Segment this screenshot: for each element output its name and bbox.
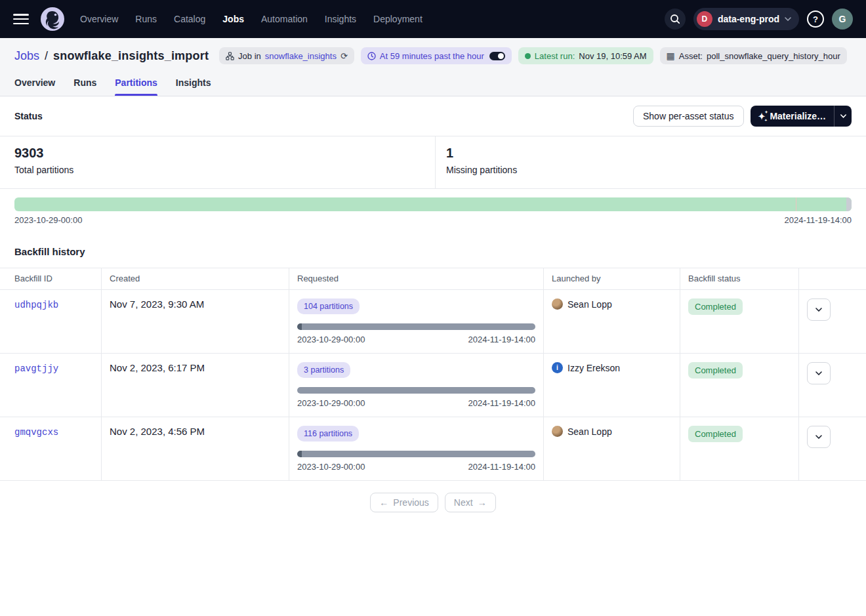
materialize-dropdown-button[interactable]: [835, 106, 852, 127]
missing-partitions-value: 1: [446, 146, 852, 161]
menu-icon[interactable]: [13, 14, 29, 24]
missing-partitions-stat: 1 Missing partitions: [435, 136, 866, 188]
environment-badge: D: [697, 11, 712, 27]
created-cell: Nov 7, 2023, 9:30 AM: [102, 290, 289, 354]
column-header-launched-by: Launched by: [544, 268, 680, 290]
backfill-range-bar: [297, 323, 535, 330]
asset-tag[interactable]: ▦ Asset: poll_snowflake_query_history_ho…: [660, 47, 847, 64]
nav-item-automation[interactable]: Automation: [261, 14, 308, 24]
requested-cell: 104 partitions 2023-10-29-00:00 2024-11-…: [289, 290, 544, 354]
nav-item-runs[interactable]: Runs: [135, 14, 157, 24]
table-row: pavgtjjy: [0, 354, 102, 417]
chevron-down-icon: [785, 17, 791, 21]
materialize-button[interactable]: ✦✦✦ Materialize…: [751, 106, 835, 127]
environment-switcher[interactable]: D data-eng-prod: [693, 8, 799, 30]
partition-stats: 9303 Total partitions 1 Missing partitio…: [0, 136, 866, 189]
next-page-button[interactable]: Next →: [445, 493, 496, 512]
missing-partitions-label: Missing partitions: [446, 165, 852, 175]
tab-insights[interactable]: Insights: [176, 71, 211, 96]
materialize-split-button: ✦✦✦ Materialize…: [751, 106, 852, 127]
previous-label: Previous: [393, 497, 428, 508]
asset-label: Asset:: [679, 51, 703, 61]
breadcrumb-jobs-link[interactable]: Jobs: [14, 49, 39, 63]
arrow-right-icon: →: [478, 497, 487, 508]
total-partitions-value: 9303: [14, 146, 421, 161]
row-menu-button[interactable]: [807, 426, 831, 448]
requested-partitions-badge[interactable]: 104 partitions: [297, 298, 360, 314]
column-header-actions: [799, 268, 866, 290]
backfill-id-link[interactable]: pavgtjjy: [14, 363, 58, 374]
latest-run-value: Nov 19, 10:59 AM: [579, 51, 646, 61]
range-end: 2024-11-19-14:00: [468, 462, 535, 472]
page-tabs: Overview Runs Partitions Insights: [0, 71, 866, 96]
column-header-created: Created: [102, 268, 289, 290]
requested-partitions-badge[interactable]: 3 partitions: [297, 362, 350, 378]
top-navbar: Overview Runs Catalog Jobs Automation In…: [0, 0, 866, 38]
previous-page-button[interactable]: ← Previous: [370, 493, 438, 512]
tab-overview[interactable]: Overview: [14, 71, 55, 96]
row-menu-chevron-icon: [815, 308, 822, 312]
help-button[interactable]: ?: [807, 10, 824, 28]
launched-by-cell: Sean Lopp: [544, 417, 680, 481]
primary-nav: Overview Runs Catalog Jobs Automation In…: [80, 14, 423, 24]
backfill-id-link[interactable]: udhpqjkb: [14, 300, 58, 310]
status-badge: Completed: [688, 426, 743, 442]
requested-partitions-badge[interactable]: 116 partitions: [297, 426, 359, 441]
pagination: ← Previous Next →: [0, 481, 866, 532]
user-avatar[interactable]: G: [832, 9, 853, 30]
status-cell: Completed: [680, 354, 799, 417]
nav-item-insights[interactable]: Insights: [325, 14, 356, 24]
requested-cell: 116 partitions 2023-10-29-00:00 2024-11-…: [289, 417, 544, 481]
total-partitions-stat: 9303 Total partitions: [0, 136, 435, 188]
nav-item-deployment[interactable]: Deployment: [373, 14, 423, 24]
partition-health-bar[interactable]: [14, 197, 852, 211]
help-icon: ?: [813, 14, 818, 24]
row-menu-button[interactable]: [807, 362, 831, 384]
environment-label: data-eng-prod: [718, 14, 779, 24]
requested-cell: 3 partitions 2023-10-29-00:00 2024-11-19…: [289, 354, 544, 417]
row-menu-chevron-icon: [815, 371, 822, 375]
range-end: 2024-11-19-14:00: [468, 398, 535, 408]
show-per-asset-status-button[interactable]: Show per-asset status: [633, 106, 744, 127]
actions-cell: [799, 417, 866, 481]
partition-range-end: 2024-11-19-14:00: [785, 215, 852, 225]
status-section-title: Status: [14, 111, 43, 121]
job-tag[interactable]: Job in snowflake_insights ⟳: [219, 47, 354, 64]
nav-item-jobs[interactable]: Jobs: [222, 14, 244, 24]
table-row: gmqvgcxs: [0, 417, 102, 481]
avatar: i: [552, 362, 563, 373]
schedule-tag[interactable]: At 59 minutes past the hour: [361, 47, 512, 64]
search-icon: [670, 14, 680, 24]
total-partitions-label: Total partitions: [14, 165, 421, 175]
latest-run-tag[interactable]: Latest run: Nov 19, 10:59 AM: [518, 47, 653, 64]
range-start: 2023-10-29-00:00: [297, 398, 365, 408]
status-cell: Completed: [680, 417, 799, 481]
avatar: [552, 298, 563, 310]
row-menu-button[interactable]: [807, 298, 831, 321]
backfill-id-link[interactable]: gmqvgcxs: [14, 427, 58, 438]
backfill-history-title: Backfill history: [0, 225, 866, 268]
breadcrumb: Jobs / snowflake_insights_import Job in …: [0, 38, 866, 71]
table-row: udhpqjkb: [0, 290, 102, 354]
latest-run-label: Latest run:: [535, 51, 575, 61]
actions-cell: [799, 290, 866, 354]
dagster-logo[interactable]: [39, 6, 66, 32]
nav-item-overview[interactable]: Overview: [80, 14, 118, 24]
range-start: 2023-10-29-00:00: [297, 462, 365, 472]
row-menu-chevron-icon: [815, 435, 822, 439]
status-cell: Completed: [680, 290, 799, 354]
launched-by-name: Sean Lopp: [567, 426, 612, 437]
status-badge: Completed: [688, 298, 743, 315]
breadcrumb-separator: /: [45, 49, 48, 63]
schedule-toggle[interactable]: [489, 52, 505, 60]
refresh-icon[interactable]: ⟳: [340, 51, 348, 61]
launched-by-cell: Sean Lopp: [544, 290, 680, 354]
latest-run-status-dot: [525, 53, 531, 59]
job-location-link[interactable]: snowflake_insights: [265, 51, 337, 61]
tab-partitions[interactable]: Partitions: [115, 71, 157, 96]
page-header: Jobs / snowflake_insights_import Job in …: [0, 38, 866, 96]
search-button[interactable]: [665, 9, 686, 30]
tab-runs[interactable]: Runs: [73, 71, 96, 96]
backfill-range-bar: [297, 387, 535, 394]
nav-item-catalog[interactable]: Catalog: [174, 14, 205, 24]
